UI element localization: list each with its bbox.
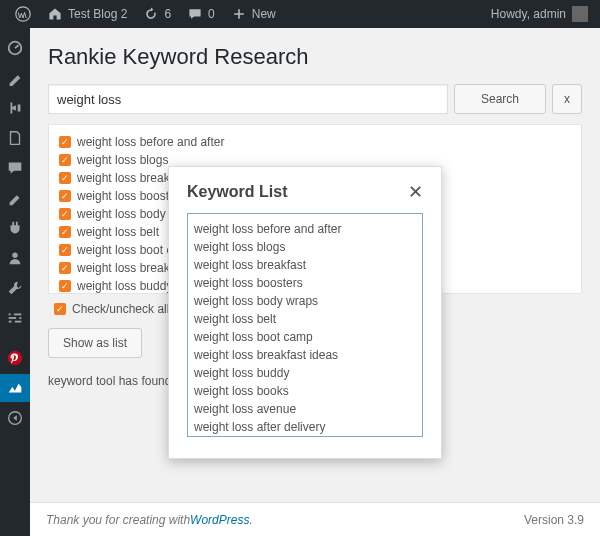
keyword-row[interactable]: ✓weight loss before and after — [59, 133, 571, 151]
menu-settings[interactable] — [0, 304, 30, 332]
checkbox-icon[interactable]: ✓ — [59, 262, 71, 274]
checkbox-icon[interactable]: ✓ — [59, 208, 71, 220]
menu-media[interactable] — [0, 94, 30, 122]
version-text: Version 3.9 — [524, 513, 584, 527]
wordpress-link[interactable]: WordPress — [190, 513, 249, 527]
svg-point-7 — [16, 316, 20, 320]
modal-title: Keyword List — [187, 183, 287, 201]
checkbox-icon[interactable]: ✓ — [59, 226, 71, 238]
checkbox-icon[interactable]: ✓ — [59, 244, 71, 256]
menu-plugins[interactable] — [0, 214, 30, 242]
checkbox-icon[interactable]: ✓ — [54, 303, 66, 315]
svg-point-9 — [8, 351, 22, 365]
admin-bar: Test Blog 2 6 0 New Howdy, admin — [0, 0, 600, 28]
checkbox-icon[interactable]: ✓ — [59, 136, 71, 148]
home-icon — [47, 6, 63, 22]
menu-tools[interactable] — [0, 274, 30, 302]
footer: Thank you for creating with WordPress. V… — [30, 502, 600, 536]
menu-rankie[interactable] — [0, 374, 30, 402]
menu-comments[interactable] — [0, 154, 30, 182]
svg-point-2 — [12, 253, 17, 258]
plus-icon — [231, 6, 247, 22]
page-title: Rankie Keyword Research — [48, 44, 582, 70]
menu-collapse[interactable] — [0, 404, 30, 432]
search-button[interactable]: Search — [454, 84, 546, 114]
svg-point-6 — [11, 313, 15, 317]
site-name[interactable]: Test Blog 2 — [40, 0, 134, 28]
search-row: Search x — [48, 84, 582, 114]
keyword-list-modal: Keyword List ✕ — [168, 166, 442, 459]
avatar — [572, 6, 588, 22]
menu-posts[interactable] — [0, 64, 30, 92]
checkbox-icon[interactable]: ✓ — [59, 190, 71, 202]
menu-users[interactable] — [0, 244, 30, 272]
wp-logo[interactable] — [8, 0, 38, 28]
keyword-list-textarea[interactable] — [187, 213, 423, 437]
comments[interactable]: 0 — [180, 0, 222, 28]
comment-icon — [187, 6, 203, 22]
checkbox-icon[interactable]: ✓ — [59, 280, 71, 292]
clear-button[interactable]: x — [552, 84, 582, 114]
admin-sidebar — [0, 28, 30, 536]
svg-point-8 — [11, 320, 15, 324]
show-as-list-button[interactable]: Show as list — [48, 328, 142, 358]
menu-pages[interactable] — [0, 124, 30, 152]
close-icon[interactable]: ✕ — [408, 183, 423, 201]
updates[interactable]: 6 — [136, 0, 178, 28]
menu-pinterest[interactable] — [0, 344, 30, 372]
refresh-icon — [143, 6, 159, 22]
keyword-input[interactable] — [48, 84, 448, 114]
new-content[interactable]: New — [224, 0, 283, 28]
menu-appearance[interactable] — [0, 184, 30, 212]
checkbox-icon[interactable]: ✓ — [59, 172, 71, 184]
account[interactable]: Howdy, admin — [491, 6, 592, 22]
menu-dashboard[interactable] — [0, 34, 30, 62]
checkbox-icon[interactable]: ✓ — [59, 154, 71, 166]
